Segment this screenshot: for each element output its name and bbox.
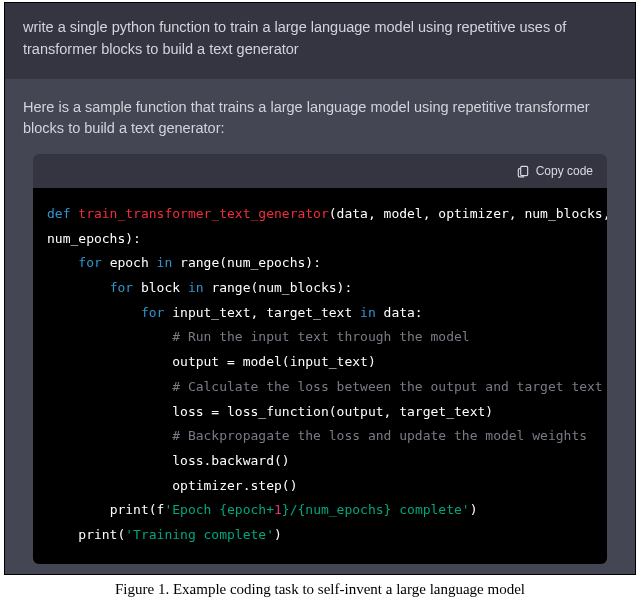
comment-2: # Calculate the loss between the output … <box>172 379 602 394</box>
line-loss: loss = loss_function(output, target_text… <box>172 404 493 419</box>
code-header: Copy code <box>33 154 607 188</box>
keyword-for: for <box>110 280 133 295</box>
copy-code-button[interactable]: Copy code <box>516 164 593 178</box>
loop3-vars: input_text, target_text <box>172 305 352 320</box>
code-pre: def train_transformer_text_generator(dat… <box>47 202 593 548</box>
var-epoch: epoch <box>110 255 149 270</box>
line-step: optimizer.step() <box>172 478 297 493</box>
keyword-in: in <box>188 280 204 295</box>
user-prompt-text: write a single python function to train … <box>23 19 566 57</box>
print1-open: (f <box>149 502 165 517</box>
figure-caption: Figure 1. Example coding task to self-in… <box>0 581 640 600</box>
code-body: def train_transformer_text_generator(dat… <box>33 188 607 564</box>
loop3-iter: data: <box>384 305 423 320</box>
params-line2: num_epochs): <box>47 231 141 246</box>
var-block: block <box>141 280 180 295</box>
print1-str-a: 'Epoch {epoch+ <box>164 502 274 517</box>
print1-close: ) <box>470 502 478 517</box>
print2-close: ) <box>274 527 282 542</box>
assistant-response: Here is a sample function that trains a … <box>5 79 635 564</box>
keyword-for: for <box>141 305 164 320</box>
svg-rect-0 <box>520 166 527 175</box>
line-backward: loss.backward() <box>172 453 289 468</box>
print2-fn: print <box>78 527 117 542</box>
user-prompt: write a single python function to train … <box>5 3 635 79</box>
keyword-in: in <box>360 305 376 320</box>
clipboard-icon <box>516 164 530 178</box>
copy-code-label: Copy code <box>536 164 593 178</box>
comment-3: # Backpropagate the loss and update the … <box>172 428 587 443</box>
print1-fn: print <box>110 502 149 517</box>
code-block: Copy code def train_transformer_text_gen… <box>33 154 607 564</box>
line-output: output = model(input_text) <box>172 354 376 369</box>
print1-num: 1 <box>274 502 282 517</box>
comment-1: # Run the input text through the model <box>172 329 469 344</box>
range-call-2: range(num_blocks): <box>211 280 352 295</box>
print1-str-b: }/{num_epochs} complete' <box>282 502 470 517</box>
caption-text: Figure 1. Example coding task to self-in… <box>115 581 525 597</box>
params-line1: (data, model, optimizer, num_blocks, <box>329 206 607 221</box>
keyword-for: for <box>78 255 101 270</box>
range-call-1: range(num_epochs): <box>180 255 321 270</box>
assistant-intro-text: Here is a sample function that trains a … <box>23 99 590 137</box>
print2-str: 'Training complete' <box>125 527 274 542</box>
chat-container: write a single python function to train … <box>4 2 636 575</box>
keyword-in: in <box>157 255 173 270</box>
keyword-def: def <box>47 206 70 221</box>
function-name: train_transformer_text_generator <box>78 206 328 221</box>
